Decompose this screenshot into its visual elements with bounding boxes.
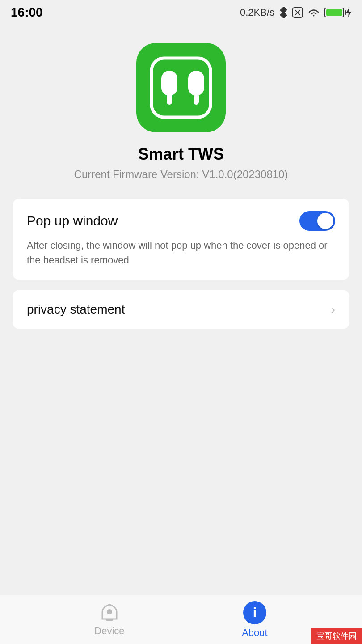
device-nav-label: Device [94,625,124,637]
close-icon [292,7,303,18]
svg-point-12 [107,609,112,614]
bottom-nav: Device i About [0,595,362,644]
status-icons: 0.2KB/s [240,7,351,18]
about-nav-label: About [242,627,268,639]
nav-item-about[interactable]: i About [242,601,268,639]
app-icon-wrapper [136,43,226,132]
popup-window-label: Pop up window [27,213,118,229]
about-nav-icon: i [243,601,266,624]
wifi-icon [307,8,320,17]
svg-rect-9 [188,71,204,96]
status-time: 16:00 [11,5,43,20]
tws-icon [145,52,217,123]
svg-marker-5 [346,8,351,17]
battery-icon [324,8,344,17]
privacy-nav-row: privacy statement › [27,302,335,317]
nav-item-device[interactable]: Device [94,603,124,637]
charging-icon [346,8,351,17]
popup-window-toggle[interactable] [299,211,335,231]
watermark: 宝哥软件园 [311,628,362,644]
app-icon [136,43,226,132]
device-nav-icon [99,603,120,623]
svg-rect-8 [167,92,172,105]
chevron-right-icon: › [331,302,335,317]
app-version: Current Firmware Version: V1.0.0(2023081… [74,168,288,181]
battery-fill [326,9,342,16]
battery-indicator [324,8,351,17]
svg-rect-11 [106,619,113,621]
svg-rect-7 [161,71,177,96]
popup-window-card: Pop up window After closing, the window … [13,199,349,280]
toggle-knob [317,213,333,229]
status-bar: 16:00 0.2KB/s [0,0,362,25]
privacy-statement-card[interactable]: privacy statement › [13,290,349,329]
bluetooth-icon [279,7,288,18]
app-name: Smart TWS [138,145,224,164]
popup-toggle-row: Pop up window [27,211,335,231]
popup-window-description: After closing, the window will not pop u… [27,238,335,267]
privacy-statement-label: privacy statement [27,302,125,317]
svg-rect-10 [194,92,199,105]
network-speed: 0.2KB/s [240,7,274,18]
main-content: Smart TWS Current Firmware Version: V1.0… [0,25,362,393]
